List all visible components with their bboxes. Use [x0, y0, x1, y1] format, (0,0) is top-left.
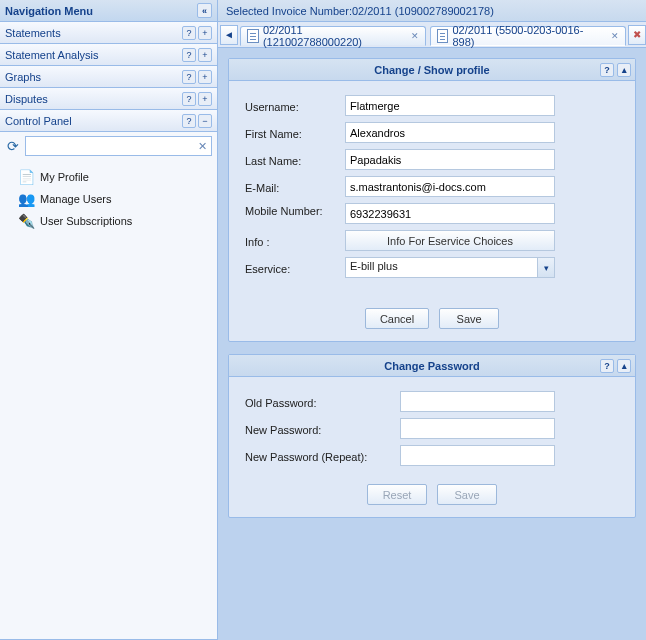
sidebar-item-label: Statements: [5, 27, 61, 39]
password-save-button[interactable]: Save: [437, 484, 497, 505]
help-icon[interactable]: ?: [600, 63, 614, 77]
sidebar-item-label: Statement Analysis: [5, 49, 99, 61]
top-status: Selected Invoice Number:02/2011 (1090027…: [218, 0, 646, 22]
tab-label: 02/2011 (5500-0203-0016-898): [452, 24, 605, 48]
old-password-label: Old Password:: [245, 395, 400, 409]
panel-title: Change / Show profile: [374, 64, 490, 76]
tab-invoice-1[interactable]: 02/2011 (121002788000220) ✕: [240, 26, 426, 46]
refresh-icon[interactable]: ⟳: [5, 138, 21, 154]
expand-icon[interactable]: +: [198, 48, 212, 62]
help-icon[interactable]: ?: [182, 48, 196, 62]
tree-item-user-subscriptions[interactable]: ✒️ User Subscriptions: [18, 210, 213, 232]
repeat-password-label: New Password (Repeat):: [245, 449, 400, 463]
sidebar-item-statement-analysis[interactable]: Statement Analysis ? +: [0, 44, 217, 66]
sidebar-item-statements[interactable]: Statements ? +: [0, 22, 217, 44]
help-icon[interactable]: ?: [182, 114, 196, 128]
profile-button-row: Cancel Save: [245, 308, 619, 329]
new-password-input[interactable]: [400, 418, 555, 439]
password-button-row: Reset Save: [245, 484, 619, 505]
password-panel: Change Password ? ▴ Old Password: New Pa…: [228, 354, 636, 518]
profile-panel-header: Change / Show profile ? ▴: [229, 59, 635, 81]
sidebar-item-control-panel[interactable]: Control Panel ? −: [0, 110, 217, 132]
eservice-select[interactable]: E-bill plus ▾: [345, 257, 555, 278]
info-eservice-button[interactable]: Info For Eservice Choices: [345, 230, 555, 251]
username-label: Username:: [245, 99, 345, 113]
tree-item-manage-users[interactable]: 👥 Manage Users: [18, 188, 213, 210]
help-icon[interactable]: ?: [182, 70, 196, 84]
control-panel-search-row: ⟳ ✕: [0, 132, 217, 160]
reset-button[interactable]: Reset: [367, 484, 427, 505]
tab-label: 02/2011 (121002788000220): [263, 24, 405, 48]
info-label: Info :: [245, 234, 345, 248]
repeat-password-input[interactable]: [400, 445, 555, 466]
sidebar-header: Navigation Menu «: [0, 0, 217, 22]
search-input-wrap: ✕: [25, 136, 212, 156]
close-icon[interactable]: ✕: [609, 31, 621, 41]
firstname-input[interactable]: [345, 122, 555, 143]
tree-item-label: My Profile: [40, 171, 89, 183]
password-panel-body: Old Password: New Password: New Password…: [229, 377, 635, 517]
tree-item-my-profile[interactable]: 📄 My Profile: [18, 166, 213, 188]
tree-item-label: Manage Users: [40, 193, 112, 205]
selected-invoice-label: Selected Invoice Number:02/2011 (1090027…: [226, 5, 494, 17]
profile-panel-body: Username: First Name: Last Name: E-Mail:…: [229, 81, 635, 341]
tab-scroll-left[interactable]: ◄: [220, 25, 238, 45]
save-button[interactable]: Save: [439, 308, 499, 329]
chevron-down-icon[interactable]: ▾: [537, 258, 554, 277]
mobile-input[interactable]: [345, 203, 555, 224]
tab-scroll-right[interactable]: ✖: [628, 25, 646, 45]
lastname-label: Last Name:: [245, 153, 345, 167]
collapse-icon[interactable]: ▴: [617, 63, 631, 77]
expand-icon[interactable]: +: [198, 26, 212, 40]
password-panel-header: Change Password ? ▴: [229, 355, 635, 377]
cancel-button[interactable]: Cancel: [365, 308, 429, 329]
lastname-input[interactable]: [345, 149, 555, 170]
help-icon[interactable]: ?: [182, 92, 196, 106]
control-panel-body: ⟳ ✕ 📄 My Profile 👥 Manage Users ✒️ User …: [0, 132, 217, 640]
content-area: Change / Show profile ? ▴ Username: Firs…: [218, 48, 646, 640]
main: Selected Invoice Number:02/2011 (1090027…: [218, 0, 646, 640]
tabbar: ◄ 02/2011 (121002788000220) ✕ 02/2011 (5…: [218, 22, 646, 48]
collapse-icon[interactable]: ▴: [617, 359, 631, 373]
expand-icon[interactable]: +: [198, 92, 212, 106]
sidebar-item-disputes[interactable]: Disputes ? +: [0, 88, 217, 110]
sidebar-collapse-button[interactable]: «: [197, 3, 212, 18]
sidebar-item-label: Control Panel: [5, 115, 72, 127]
help-icon[interactable]: ?: [600, 359, 614, 373]
email-input[interactable]: [345, 176, 555, 197]
clear-icon[interactable]: ✕: [194, 140, 211, 153]
eservice-value: E-bill plus: [346, 258, 537, 277]
sidebar-item-graphs[interactable]: Graphs ? +: [0, 66, 217, 88]
control-panel-tree: 📄 My Profile 👥 Manage Users ✒️ User Subs…: [0, 160, 217, 238]
eservice-label: Eservice:: [245, 261, 345, 275]
close-icon[interactable]: ✕: [409, 31, 421, 41]
sidebar-item-label: Disputes: [5, 93, 48, 105]
tree-item-label: User Subscriptions: [40, 215, 132, 227]
mobile-label: Mobile Number:: [245, 203, 345, 217]
username-input[interactable]: [345, 95, 555, 116]
firstname-label: First Name:: [245, 126, 345, 140]
help-icon[interactable]: ?: [182, 26, 196, 40]
users-icon: 👥: [18, 191, 34, 207]
profile-icon: 📄: [18, 169, 34, 185]
search-input[interactable]: [26, 137, 194, 155]
sidebar: Navigation Menu « Statements ? + Stateme…: [0, 0, 218, 640]
tab-invoice-2[interactable]: 02/2011 (5500-0203-0016-898) ✕: [430, 26, 627, 46]
document-icon: [247, 29, 259, 43]
email-label: E-Mail:: [245, 180, 345, 194]
sidebar-item-label: Graphs: [5, 71, 41, 83]
pen-icon: ✒️: [18, 213, 34, 229]
sidebar-title: Navigation Menu: [5, 5, 93, 17]
collapse-icon[interactable]: −: [198, 114, 212, 128]
profile-panel: Change / Show profile ? ▴ Username: Firs…: [228, 58, 636, 342]
old-password-input[interactable]: [400, 391, 555, 412]
expand-icon[interactable]: +: [198, 70, 212, 84]
document-icon: [437, 29, 449, 43]
new-password-label: New Password:: [245, 422, 400, 436]
panel-title: Change Password: [384, 360, 479, 372]
